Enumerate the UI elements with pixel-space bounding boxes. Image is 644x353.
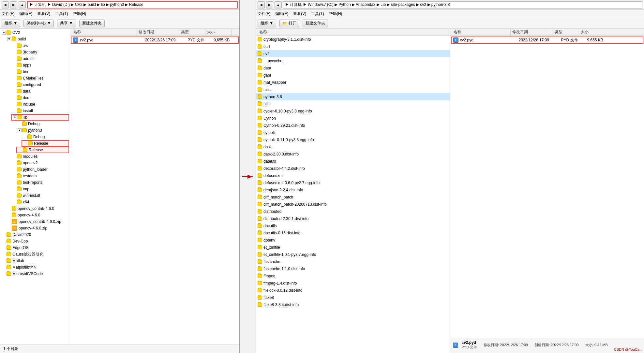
tree-item-python3[interactable]: ▼ python3 bbox=[16, 127, 69, 134]
tree-item-win-install[interactable]: win-install bbox=[11, 192, 69, 199]
tree-item-doc[interactable]: doc bbox=[11, 95, 69, 101]
folder-row-filelock[interactable]: filelock-3.0.12.dist-info bbox=[256, 287, 450, 294]
folder-row-diff-match[interactable]: diff_match_patch bbox=[256, 194, 450, 201]
tree-item-release2[interactable]: Release bbox=[16, 147, 69, 153]
tree-item-x64[interactable]: x64 bbox=[11, 199, 69, 205]
expand-lib[interactable]: ▼ bbox=[13, 115, 17, 119]
up-button-right[interactable]: ▲ bbox=[275, 1, 282, 8]
tree-item-testdata[interactable]: testdata bbox=[11, 173, 69, 179]
folder-row-ffmpeg[interactable]: ffmpeg bbox=[256, 272, 450, 280]
tree-item-install[interactable]: install bbox=[11, 108, 69, 114]
tree-item-include[interactable]: include bbox=[11, 101, 69, 108]
organize-button-right[interactable]: 组织 ▼ bbox=[258, 20, 276, 27]
folder-row-ffmpeg-dist[interactable]: ffmpeg-1.4.dist-info bbox=[256, 280, 450, 287]
tree-item-3rdparty[interactable]: 3rdparty bbox=[11, 49, 69, 55]
folder-row-fastcache-dist[interactable]: fastcache-1.1.0.dist-info bbox=[256, 265, 450, 272]
folder-row-dask[interactable]: dask bbox=[256, 143, 450, 151]
expand-cv2[interactable]: ▼ bbox=[2, 31, 6, 35]
share-button[interactable]: 共享 ▼ bbox=[57, 20, 76, 27]
tree-item-debug2[interactable]: Debug bbox=[22, 134, 69, 140]
expand-python3[interactable]: ▼ bbox=[18, 128, 22, 132]
tree-item-matplotlib[interactable]: Matplotlib学习 bbox=[1, 264, 69, 271]
menu-file-left[interactable]: 文件(F) bbox=[2, 11, 14, 17]
folder-row-flake8[interactable]: flake8 bbox=[256, 294, 450, 301]
tree-item-release1[interactable]: Release bbox=[22, 140, 69, 147]
forward-button-right[interactable]: ▶ bbox=[266, 1, 273, 8]
folder-row-python38[interactable]: python-3.8 bbox=[256, 93, 450, 100]
expand-build[interactable]: ▼ bbox=[7, 37, 11, 41]
menu-edit-left[interactable]: 编辑(E) bbox=[19, 11, 32, 17]
tree-item-opencv2[interactable]: opencv2 bbox=[11, 160, 69, 166]
menu-tools-right[interactable]: 工具(T) bbox=[311, 11, 324, 17]
tree-item-opencv460[interactable]: opencv-4.6.0 bbox=[6, 212, 69, 218]
folder-row-mat-wrapper[interactable]: mat_wrapper bbox=[256, 79, 450, 86]
tree-item-gauss[interactable]: Gauss滤波器研究 bbox=[1, 251, 69, 257]
back-button[interactable]: ◀ bbox=[2, 1, 9, 8]
folder-row-cytoolz[interactable]: cytoolz bbox=[256, 129, 450, 136]
left-file-row-cv2pyd[interactable]: P cv2.pyd 2022/12/26 17:09 PYD 文件 9,655 … bbox=[71, 37, 239, 44]
col-header-date-left[interactable]: 修改日期 bbox=[137, 29, 179, 36]
col-header-type-left[interactable]: 类型 bbox=[179, 29, 205, 36]
back-button-right[interactable]: ◀ bbox=[258, 1, 265, 8]
folder-row-misc[interactable]: misc bbox=[256, 86, 450, 93]
folder-row-diff-match-dist[interactable]: diff_match_patch-20200713.dist-info bbox=[256, 201, 450, 208]
menu-edit-right[interactable]: 编辑(E) bbox=[275, 11, 288, 17]
tree-item-david2020[interactable]: David2020 bbox=[1, 231, 69, 238]
folder-row-dask-dist[interactable]: dask-2.30.0.dist-info bbox=[256, 151, 450, 158]
tree-item-opencv-contrib[interactable]: opencv_contrib-4.6.0 bbox=[6, 205, 69, 212]
tree-item-cv2[interactable]: ▼ CV2 bbox=[1, 29, 69, 36]
new-folder-button-right[interactable]: 新建文件夹 bbox=[303, 20, 328, 27]
folder-row-distributed-dist[interactable]: distributed-2.30.1.dist-info bbox=[256, 215, 450, 222]
folder-row-et-xmlfile[interactable]: et_xmlfile bbox=[256, 244, 450, 251]
tree-item-adedir[interactable]: ade.dir bbox=[11, 55, 69, 62]
tree-item-test-reports[interactable]: test-reports bbox=[11, 179, 69, 186]
folder-row-fastcache[interactable]: fastcache bbox=[256, 258, 450, 265]
tree-item-matlab[interactable]: Matlab bbox=[1, 257, 69, 264]
folder-row-defusedxml-dist[interactable]: defusedxml-0.6.0-py2.7.egg-info bbox=[256, 179, 450, 186]
folder-row-pycache[interactable]: __pycache__ bbox=[256, 57, 450, 65]
tree-item-opencv-zip[interactable]: Z opencv-4.6.0.zip bbox=[6, 225, 69, 231]
left-path[interactable]: ▶ 计算机 ▶ David (D:) ▶ CV2 ▶ build ▶ lib ▶… bbox=[27, 1, 238, 8]
menu-file-right[interactable]: 文件(F) bbox=[258, 11, 270, 17]
col-header-date-right[interactable]: 修改日期 bbox=[511, 29, 553, 36]
folder-row-flake8-dist[interactable]: flake8-3.8.4.dist-info bbox=[256, 301, 450, 308]
tree-item-devcpp[interactable]: Dev-Cpp bbox=[1, 238, 69, 244]
menu-help-right[interactable]: 帮助(H) bbox=[329, 11, 342, 17]
folder-row-gapi[interactable]: gapi bbox=[256, 72, 450, 79]
tree-item-tmp[interactable]: tmp bbox=[11, 186, 69, 192]
tree-item-vscode[interactable]: MicrosoftVSCode bbox=[1, 271, 69, 277]
col-header-name-right[interactable]: 名称 bbox=[452, 29, 511, 36]
col-header-size-right[interactable]: 大小 bbox=[579, 29, 605, 36]
organize-button-left[interactable]: 组织 ▼ bbox=[2, 20, 20, 27]
folder-row-et-xmlfile-dist[interactable]: et_xmlfile-1.0.1-py3.7.egg-info bbox=[256, 251, 450, 258]
folder-row-docutils-dist[interactable]: docutils-0.16.dist-info bbox=[256, 229, 450, 237]
folder-row-dateutil[interactable]: dateutil bbox=[256, 158, 450, 165]
folder-row-curl[interactable]: curl bbox=[256, 43, 450, 50]
forward-button[interactable]: ▶ bbox=[10, 1, 17, 8]
tree-item-apps[interactable]: apps bbox=[11, 62, 69, 68]
col-header-type-right[interactable]: 类型 bbox=[553, 29, 579, 36]
tree-item-configured[interactable]: configured bbox=[11, 81, 69, 88]
right-path[interactable]: ▶ 计算机 ▶ Windows7 (C:) ▶ Python ▶ Anacond… bbox=[283, 1, 642, 8]
tree-item-modules[interactable]: modules bbox=[11, 153, 69, 160]
tree-item-lib[interactable]: ▼ lib bbox=[11, 114, 69, 121]
folder-row-defusedxml[interactable]: defusedxml bbox=[256, 172, 450, 179]
folder-row-dotenv[interactable]: dotenv bbox=[256, 237, 450, 244]
folder-row-cython-dist[interactable]: Cython-0.29.21.dist-info bbox=[256, 122, 450, 129]
up-button[interactable]: ▲ bbox=[19, 1, 26, 8]
menu-view-left[interactable]: 查看(V) bbox=[37, 11, 50, 17]
tree-item-vs[interactable]: .vs bbox=[11, 42, 69, 49]
col-header-name-folder[interactable]: 名称 bbox=[258, 29, 448, 36]
tree-item-bin[interactable]: bin bbox=[11, 68, 69, 75]
tree-item-data[interactable]: data bbox=[11, 88, 69, 95]
menu-view-right[interactable]: 查看(V) bbox=[293, 11, 306, 17]
folder-row-cython[interactable]: Cython bbox=[256, 115, 450, 122]
folder-row-utils[interactable]: utils bbox=[256, 100, 450, 108]
menu-help-left[interactable]: 帮助(H) bbox=[73, 11, 86, 17]
folder-row-cytoolz-dist[interactable]: cytoolz-0.11.0-py3.8.egg-info bbox=[256, 136, 450, 143]
col-header-name-left[interactable]: 名称 bbox=[72, 29, 137, 36]
folder-row-cycler[interactable]: cycler-0.10.0-py3.8.egg-info bbox=[256, 108, 450, 115]
folder-row-distributed[interactable]: distributed bbox=[256, 208, 450, 215]
new-folder-button-left[interactable]: 新建文件夹 bbox=[79, 20, 105, 27]
save-to-center-button[interactable]: 保存到中心 ▼ bbox=[23, 20, 54, 27]
